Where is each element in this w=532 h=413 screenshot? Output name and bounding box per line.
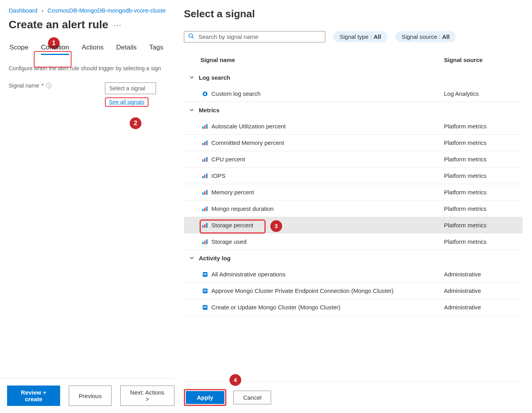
signal-table-header: Signal name Signal source (184, 53, 523, 69)
svg-rect-4 (202, 126, 204, 129)
callout-4: 4 (229, 374, 241, 386)
review-create-button[interactable]: Review + create (7, 386, 60, 406)
svg-rect-25 (202, 242, 204, 244)
svg-rect-6 (206, 124, 207, 129)
col-signal-source: Signal source (444, 57, 523, 63)
previous-button[interactable]: Previous (69, 386, 111, 406)
svg-rect-5 (204, 125, 205, 129)
required-marker: * (42, 82, 44, 89)
svg-rect-20 (204, 208, 205, 211)
activity-log-icon (202, 304, 211, 311)
log-analytics-icon (202, 91, 211, 97)
wizard-footer: Review + create Previous Next: Actions > (0, 378, 174, 413)
signal-approve-endpoint[interactable]: Approve Mongo Cluster Private Endpoint C… (184, 283, 523, 299)
next-actions-button[interactable]: Next: Actions > (120, 386, 174, 406)
signal-custom-log-search[interactable]: Custom log search Log Analytics (184, 86, 523, 102)
signal-name-dropdown[interactable]: Select a signal (105, 82, 156, 94)
signal-memory-percent[interactable]: Memory percent Platform metrics (184, 184, 523, 201)
breadcrumb-resource[interactable]: CosmosDB-MongoDB-mongodb-vcore-cluste (48, 7, 166, 14)
metric-icon (202, 140, 211, 146)
svg-rect-3 (204, 93, 206, 95)
group-metrics[interactable]: Metrics (184, 102, 523, 118)
svg-rect-13 (202, 176, 204, 178)
signal-name-label: Signal name * i (9, 82, 51, 89)
svg-rect-17 (204, 191, 205, 195)
signal-cpu-percent[interactable]: CPU percent Platform metrics (184, 151, 523, 168)
cancel-button[interactable]: Cancel (233, 391, 272, 404)
svg-rect-10 (202, 159, 204, 162)
metric-icon (202, 156, 211, 163)
signal-source-filter[interactable]: Signal source : All (395, 31, 456, 42)
svg-rect-16 (202, 192, 204, 195)
svg-point-0 (189, 34, 193, 37)
metric-icon (202, 206, 211, 212)
svg-rect-11 (204, 158, 205, 162)
svg-rect-27 (206, 239, 207, 244)
breadcrumb: Dashboard › CosmosDB-MongoDB-mongodb-vco… (9, 7, 174, 14)
callout-3: 3 (270, 220, 282, 232)
metric-icon (202, 123, 211, 130)
signal-storage-used[interactable]: Storage used Platform metrics (184, 234, 523, 250)
svg-rect-14 (204, 175, 205, 178)
tab-condition[interactable]: Condition (40, 42, 70, 59)
group-log-search[interactable]: Log search (184, 69, 523, 86)
col-signal-name: Signal name (200, 57, 444, 63)
panel-title: Select a signal (184, 8, 523, 20)
svg-rect-9 (206, 141, 207, 145)
svg-rect-29 (204, 273, 207, 274)
signal-mongo-request-duration[interactable]: Mongo request duration Platform metrics (184, 201, 523, 217)
svg-rect-33 (204, 291, 207, 292)
svg-rect-36 (204, 307, 207, 308)
svg-rect-12 (206, 157, 207, 162)
svg-rect-23 (204, 224, 205, 228)
see-all-signals-link[interactable]: See all signals (109, 99, 144, 105)
signal-iops[interactable]: IOPS Platform metrics (184, 168, 523, 184)
metric-icon (202, 173, 211, 179)
breadcrumb-separator: › (42, 7, 44, 14)
signal-autoscale-utilization[interactable]: Autoscale Utilization percent Platform m… (184, 118, 523, 135)
signal-storage-percent[interactable]: Storage percent Platform metrics 3 (184, 217, 523, 234)
tab-details[interactable]: Details (116, 42, 138, 59)
svg-rect-7 (202, 143, 204, 145)
activity-log-icon (202, 271, 211, 278)
svg-rect-21 (206, 206, 207, 211)
signal-type-filter[interactable]: Signal type : All (333, 31, 387, 42)
signal-create-update-cluster[interactable]: Create or Update Mongo Cluster (Mongo Cl… (184, 299, 523, 316)
more-menu-icon[interactable]: ··· (114, 20, 122, 29)
activity-log-icon (202, 288, 211, 294)
chevron-down-icon (189, 107, 195, 113)
signal-search-box[interactable] (184, 31, 325, 42)
search-icon (188, 33, 194, 40)
svg-rect-8 (204, 142, 205, 145)
alert-rule-tabs: Scope Condition Actions Details Tags Rev (9, 42, 174, 59)
svg-rect-24 (206, 223, 207, 228)
svg-rect-22 (202, 225, 204, 228)
tab-scope[interactable]: Scope (9, 42, 29, 59)
signal-search-input[interactable] (198, 33, 321, 40)
metric-icon (202, 239, 211, 245)
panel-footer: 4 Apply Cancel (184, 382, 523, 413)
callout-2: 2 (130, 117, 141, 129)
apply-button[interactable]: Apply (186, 391, 224, 404)
svg-line-1 (192, 37, 194, 38)
signal-committed-memory[interactable]: Committed Memory percent Platform metric… (184, 135, 523, 151)
svg-rect-19 (202, 209, 204, 211)
svg-rect-35 (204, 306, 207, 307)
chevron-down-icon (189, 74, 195, 81)
metric-icon (202, 189, 211, 196)
svg-rect-30 (204, 274, 207, 275)
svg-rect-18 (206, 190, 207, 195)
signal-all-admin-ops[interactable]: All Administrative operations Administra… (184, 266, 523, 283)
page-title: Create an alert rule (9, 18, 108, 31)
condition-help-text: Configure when the alert rule should tri… (9, 65, 174, 71)
metric-icon (202, 222, 211, 228)
callout-4-highlight: Apply (184, 389, 226, 406)
callout-2-highlight: See all signals (105, 97, 148, 107)
svg-rect-32 (204, 290, 207, 291)
svg-rect-15 (206, 174, 207, 178)
group-activity-log[interactable]: Activity log (184, 250, 523, 266)
tab-tags[interactable]: Tags (149, 42, 164, 59)
info-icon[interactable]: i (46, 83, 51, 88)
breadcrumb-dashboard[interactable]: Dashboard (9, 7, 37, 14)
tab-actions[interactable]: Actions (81, 42, 105, 59)
